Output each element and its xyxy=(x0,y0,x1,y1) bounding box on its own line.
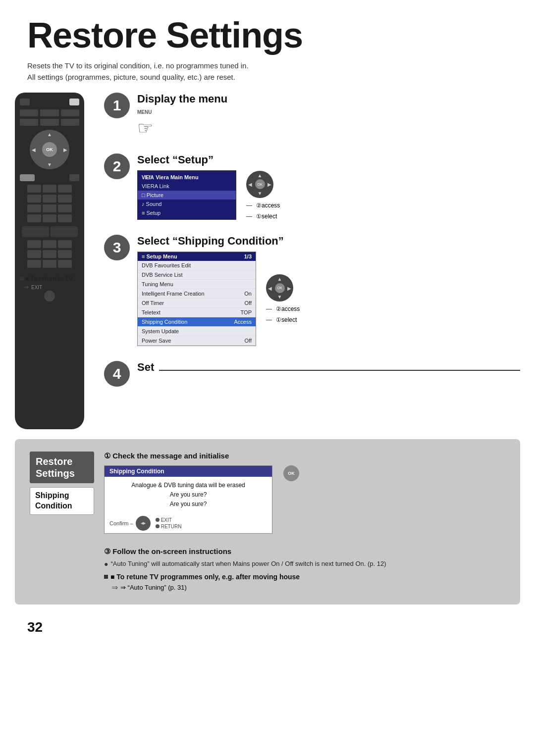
setup-item-shipping: Shipping Condition Access xyxy=(138,317,256,327)
step-4-content: Set xyxy=(137,361,520,378)
setup-item-powersave: Power Save Off xyxy=(138,336,256,346)
bullet-text-1: “Auto Tuning” will automatically start w… xyxy=(110,560,386,568)
select-text-2: ①select xyxy=(256,213,277,220)
bottom-right-content: ① Check the message and initialise Shipp… xyxy=(104,452,505,592)
remote-wide-btn xyxy=(51,226,78,237)
remote-btn xyxy=(58,214,72,222)
hand-icon: ☞ xyxy=(137,118,153,139)
setup-item-dvb-service: DVB Service List xyxy=(138,270,256,280)
subtitle-line1: Resets the TV to its original condition,… xyxy=(27,61,249,70)
step-number-3: 3 xyxy=(104,235,130,260)
remote-btn xyxy=(43,185,56,193)
remote-btn xyxy=(43,195,56,202)
remote-btn xyxy=(58,250,72,258)
confirm-label: Confirm – xyxy=(109,520,133,526)
step-3-menu-area: ≡ Setup Menu 1/3 DVB Favourites Edit DVB… xyxy=(137,252,520,346)
exit-button-remote xyxy=(44,291,55,302)
remote-btn xyxy=(27,195,41,202)
dialog-line1: Analogue & DVB tuning data will be erase… xyxy=(112,481,265,490)
access-text-3: ②access xyxy=(276,305,300,312)
step-1: 1 Display the menu MENU ☞ xyxy=(104,93,520,139)
menu-item-picture: □ Picture xyxy=(138,191,236,200)
menu-item-sound: ♪ Sound xyxy=(138,200,236,208)
shipping-dialog: Shipping Condition Analogue & DVB tuning… xyxy=(104,465,272,534)
remote-btn xyxy=(20,119,38,126)
dialog-body: Analogue & DVB tuning data will be erase… xyxy=(105,477,272,513)
setup-item-sysupdate: System Update xyxy=(138,327,256,336)
dialog-line2: Are you sure? xyxy=(112,490,265,500)
remote-btn xyxy=(20,109,38,116)
nav-dpad-2: ▲ ▼ ◀ ▶ OK xyxy=(246,171,273,198)
select-label-3: — ①select xyxy=(266,316,300,323)
dialog-header: Shipping Condition xyxy=(105,466,272,477)
select-text-3: ①select xyxy=(276,316,297,323)
step-4: 4 Set xyxy=(104,361,520,387)
steps-area: 1 Display the menu MENU ☞ 2 Select “Setu… xyxy=(104,93,520,429)
setup-item-frame: Intelligent Frame Creation On xyxy=(138,289,256,299)
access-text-2: ②access xyxy=(256,202,280,209)
bullet-dot: ● xyxy=(104,560,108,568)
setup-item-dvb-fav: DVB Favourites Edit xyxy=(138,261,256,270)
dialog-footer: Confirm – ◀▶ EXIT RETURN xyxy=(105,513,272,533)
bottom-section: RestoreSettings ShippingCondition ① Chec… xyxy=(15,439,520,605)
select-label-2: — ①select xyxy=(246,213,280,220)
ok-button-remote: OK xyxy=(42,142,57,157)
remote-btn xyxy=(27,240,41,248)
menu-button-remote xyxy=(20,174,35,181)
nav-dpad-3: ▲ ▼ ◀ ▶ OK xyxy=(266,274,293,302)
remote-btn xyxy=(40,109,58,116)
black-square-icon xyxy=(20,277,24,281)
remote-btn xyxy=(61,109,79,116)
access-label-2: — ②access xyxy=(246,202,280,209)
step-number-2: 2 xyxy=(104,153,130,179)
bottom-left-labels: RestoreSettings ShippingCondition xyxy=(30,452,94,592)
ok-nav-3: OK xyxy=(275,283,285,293)
menu-item-vieralink: VIERA Link xyxy=(138,182,236,191)
remote-top-btn-right xyxy=(69,99,79,105)
remote-btn xyxy=(43,240,56,248)
step-2-content: Select “Setup” VIEfA Viera Main Menu VIE… xyxy=(137,153,520,220)
set-line xyxy=(159,370,520,371)
main-menu-title: Viera Main Menu xyxy=(156,174,199,180)
remote-control-area: ▲ ▼ ◀ ▶ OK xyxy=(15,93,94,429)
exit-text: EXIT xyxy=(161,517,172,523)
check-title: ① Check the message and initialise xyxy=(104,452,505,460)
remote-btn xyxy=(58,204,72,212)
remote-btn xyxy=(61,119,79,126)
setup-item-teletext: Teletext TOP xyxy=(138,308,256,317)
step-2-title: Select “Setup” xyxy=(137,153,520,166)
step-number-1: 1 xyxy=(104,93,130,118)
arrow-right-icon: ⇒ xyxy=(111,583,118,592)
remote-btn xyxy=(58,240,72,248)
remote-btn xyxy=(27,185,41,193)
remote-btn xyxy=(27,250,41,258)
setup-item-offtimer: Off Timer Off xyxy=(138,299,256,308)
ok-nav-2: OK xyxy=(255,179,265,189)
step-3-title: Select “Shipping Condition” xyxy=(137,235,520,248)
page-subtitle: Resets the TV to its original condition,… xyxy=(0,60,535,93)
black-square-icon-2 xyxy=(104,575,108,579)
setup-menu-box: ≡ Setup Menu 1/3 DVB Favourites Edit DVB… xyxy=(137,252,256,346)
menu-label: MENU xyxy=(137,109,153,115)
remote-btn xyxy=(43,250,56,258)
restore-settings-label: RestoreSettings xyxy=(30,452,94,483)
remote-wide-btn xyxy=(22,226,49,237)
setup-menu-header: ≡ Setup Menu 1/3 xyxy=(138,252,256,261)
bullet-item-1: ● “Auto Tuning” will automatically start… xyxy=(104,560,505,568)
remote-btn xyxy=(40,119,58,126)
step-3: 3 Select “Shipping Condition” ≡ Setup Me… xyxy=(104,235,520,346)
step-2-nav: ▲ ▼ ◀ ▶ OK — ②access — ①select xyxy=(246,171,280,220)
dialog-line3: Are you sure? xyxy=(112,500,265,509)
remote-control: ▲ ▼ ◀ ▶ OK xyxy=(15,93,84,429)
remote-top-btn-left xyxy=(20,99,30,105)
retune-arrow-text: ⇒ “Auto Tuning” (p. 31) xyxy=(120,584,187,591)
return-text: RETURN xyxy=(161,524,182,529)
main-menu-box: VIEfA Viera Main Menu VIERA Link □ Pictu… xyxy=(137,170,236,220)
remote-btn xyxy=(43,204,56,212)
access-label-3: — ②access xyxy=(266,305,300,312)
menu-item-setup: ≡ Setup xyxy=(138,208,236,217)
follow-title: ③ Follow the on-screen instructions xyxy=(104,547,505,556)
retune-title: ■ To retune TV programmes only, e.g. aft… xyxy=(104,573,505,581)
step-number-4: 4 xyxy=(104,361,130,387)
remote-btn xyxy=(43,260,56,268)
